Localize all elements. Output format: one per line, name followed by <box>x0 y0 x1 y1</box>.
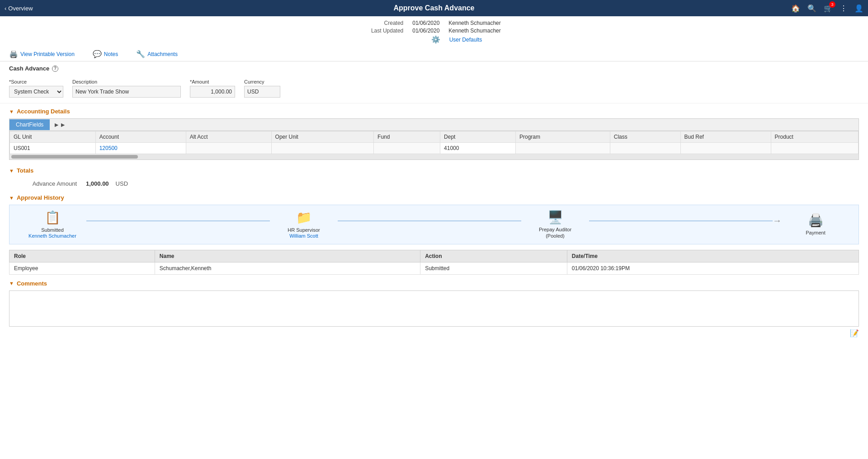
description-input[interactable] <box>72 86 181 98</box>
workflow-line-1 <box>86 220 270 221</box>
notes-label: Notes <box>104 51 118 57</box>
comment-edit-icon[interactable]: 📝 <box>850 329 859 337</box>
help-icon[interactable]: ? <box>52 66 58 72</box>
comment-actions: 📝 <box>9 329 859 337</box>
approval-datetime: 01/06/2020 10:36:19PM <box>567 262 859 274</box>
col-alt-acct: Alt Acct <box>186 131 271 143</box>
header-icons: 🏠 🔍 🛒 3 ⋮ 👤 <box>791 4 863 13</box>
cart-badge: 3 <box>829 1 835 8</box>
accounting-collapse-arrow: ▼ <box>9 109 14 114</box>
attachments-link[interactable]: 🔧 Attachments <box>136 50 178 58</box>
workflow-sublabel-hr: William Scott <box>289 233 318 239</box>
col-program: Program <box>515 131 610 143</box>
totals-section: ▼ Totals Advance Amount 1,000.00 USD <box>9 167 859 190</box>
cash-advance-header: Cash Advance ? <box>0 61 868 75</box>
approval-workflow: 📋 Submitted Kenneth Schumacher 📁 HR Supe… <box>9 205 859 244</box>
approval-history-title[interactable]: ▼ Approval History <box>9 194 859 201</box>
approval-col-action: Action <box>420 250 567 262</box>
cell-account: 120500 <box>95 143 186 154</box>
attachments-icon: 🔧 <box>136 50 145 58</box>
source-select[interactable]: System Check <box>9 86 63 98</box>
chartfields-tab[interactable]: ChartFields <box>9 119 50 130</box>
source-field-group: *Source System Check <box>9 79 63 98</box>
col-oper-unit: Oper Unit <box>271 131 374 143</box>
home-icon[interactable]: 🏠 <box>791 4 800 13</box>
view-printable-label: View Printable Version <box>20 51 75 57</box>
col-dept: Dept <box>440 131 516 143</box>
cart-icon[interactable]: 🛒 3 <box>824 4 833 13</box>
workflow-arrow: → <box>773 215 782 226</box>
description-field-group: Description <box>72 79 181 98</box>
more-menu-icon[interactable]: ⋮ <box>840 4 847 13</box>
approval-table: Role Name Action Date/Time Employee Schu… <box>9 250 859 275</box>
approval-history-section: ▼ Approval History 📋 Submitted Kenneth S… <box>9 194 859 275</box>
amount-field-group: *Amount <box>190 79 235 98</box>
cell-fund <box>374 143 440 154</box>
workflow-label-payment: Payment <box>806 230 825 236</box>
comments-label: Comments <box>17 280 47 287</box>
view-printable-link[interactable]: 🖨️ View Printable Version <box>9 50 75 58</box>
created-label: Created <box>367 20 403 26</box>
approval-collapse-arrow: ▼ <box>9 195 14 201</box>
workflow-icon-auditor: 🖥️ <box>547 210 563 225</box>
totals-label: Totals <box>17 167 33 174</box>
horizontal-scrollbar[interactable] <box>9 154 859 159</box>
workflow-label-hr: HR Supervisor <box>288 227 320 233</box>
user-defaults-link[interactable]: User Defaults <box>449 37 482 43</box>
workflow-step-submitted: 📋 Submitted Kenneth Schumacher <box>19 210 86 239</box>
action-bar: 🖨️ View Printable Version 💬 Notes 🔧 Atta… <box>0 47 868 61</box>
col-account: Account <box>95 131 186 143</box>
workflow-label-submitted: Submitted <box>41 227 64 233</box>
cell-alt-acct <box>186 143 271 154</box>
workflow-label-auditor: Prepay Auditor(Pooled) <box>539 226 571 239</box>
approval-table-row: Employee Schumacher,Kenneth Submitted 01… <box>9 262 859 274</box>
approval-history-label: Approval History <box>17 194 64 201</box>
cell-oper-unit <box>271 143 374 154</box>
back-label: Overview <box>8 5 33 12</box>
workflow-icon-payment: 🖨️ <box>808 213 824 228</box>
description-label: Description <box>72 79 181 84</box>
workflow-line-2 <box>338 220 521 221</box>
approval-header-row: Role Name Action Date/Time <box>9 250 859 262</box>
notes-link[interactable]: 💬 Notes <box>93 50 118 58</box>
updated-user: Kenneth Schumacher <box>448 28 500 34</box>
col-class: Class <box>610 131 680 143</box>
comments-collapse-arrow: ▼ <box>9 281 14 286</box>
currency-input <box>244 86 280 98</box>
back-button[interactable]: ‹ Overview <box>5 5 33 12</box>
amount-input[interactable] <box>190 86 235 98</box>
comments-title[interactable]: ▼ Comments <box>9 280 859 287</box>
comments-textarea[interactable] <box>9 290 859 327</box>
approval-name: Schumacher,Kenneth <box>155 262 420 274</box>
workflow-sublabel-submitted: Kenneth Schumacher <box>28 233 76 239</box>
accounting-details-label: Accounting Details <box>17 108 70 115</box>
advance-currency: USD <box>116 180 128 187</box>
cell-product <box>771 143 858 154</box>
meta-bar: Created 01/06/2020 Kenneth Schumacher La… <box>0 16 868 47</box>
scrollbar-thumb <box>11 155 138 159</box>
table-header-row: GL Unit Account Alt Acct Oper Unit Fund … <box>10 131 859 143</box>
accounting-details-title[interactable]: ▼ Accounting Details <box>9 108 859 115</box>
approval-action: Submitted <box>420 262 567 274</box>
search-icon[interactable]: 🔍 <box>807 4 816 13</box>
amount-label: *Amount <box>190 79 235 84</box>
tab-bar: ChartFields ►► <box>9 119 859 131</box>
approval-col-datetime: Date/Time <box>567 250 859 262</box>
totals-title[interactable]: ▼ Totals <box>9 167 859 174</box>
advance-value: 1,000.00 <box>86 180 109 187</box>
comments-section: ▼ Comments 📝 <box>9 280 859 337</box>
approval-role: Employee <box>9 262 155 274</box>
printer-icon: 🖨️ <box>9 50 18 58</box>
col-bud-ref: Bud Ref <box>680 131 771 143</box>
top-header: ‹ Overview Approve Cash Advance 🏠 🔍 🛒 3 … <box>0 0 868 16</box>
table-row: US001 120500 41000 <box>10 143 859 154</box>
currency-field-group: Currency <box>244 79 280 98</box>
col-gl-unit: GL Unit <box>10 131 96 143</box>
user-icon[interactable]: 👤 <box>854 4 863 13</box>
col-fund: Fund <box>374 131 440 143</box>
cell-class <box>610 143 680 154</box>
workflow-icon-hr: 📁 <box>296 210 312 225</box>
workflow-step-hr: 📁 HR Supervisor William Scott <box>270 210 338 239</box>
workflow-line-3 <box>589 220 773 221</box>
tab-expand-icon[interactable]: ►► <box>50 119 70 131</box>
